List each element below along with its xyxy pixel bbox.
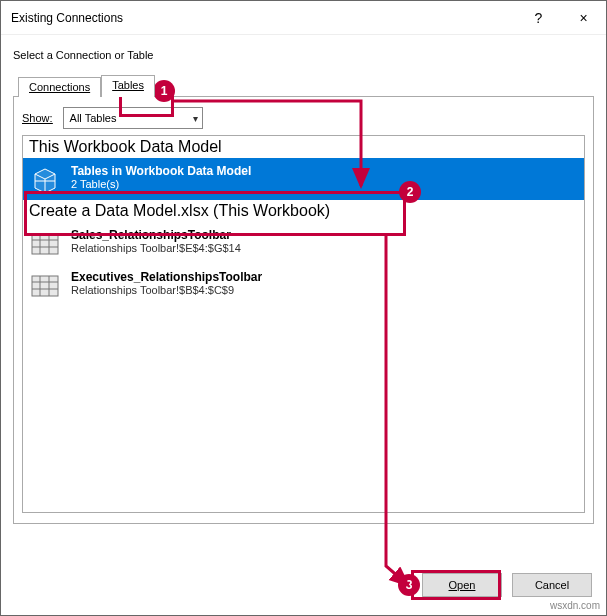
cube-icon <box>29 164 61 196</box>
prompt-label: Select a Connection or Table <box>13 49 594 61</box>
show-select[interactable]: All Tables ▾ <box>63 107 203 129</box>
existing-connections-dialog: Existing Connections ? × Select a Connec… <box>0 0 607 616</box>
group-header-workbook: Create a Data Model.xlsx (This Workbook) <box>23 200 584 222</box>
svg-rect-8 <box>32 276 58 296</box>
item-subtitle: 2 Table(s) <box>71 178 251 190</box>
tables-listbox[interactable]: This Workbook Data Model Tables in Workb… <box>22 135 585 513</box>
show-row: Show: All Tables ▾ <box>22 107 585 129</box>
help-button[interactable]: ? <box>516 1 561 35</box>
titlebar: Existing Connections ? × <box>1 1 606 35</box>
chevron-down-icon: ▾ <box>193 113 198 124</box>
item-title: Executives_RelationshipsToolbar <box>71 270 262 284</box>
table-icon <box>29 270 61 302</box>
show-select-value: All Tables <box>70 112 117 124</box>
cancel-button[interactable]: Cancel <box>512 573 592 597</box>
item-title: Tables in Workbook Data Model <box>71 164 251 178</box>
watermark: wsxdn.com <box>550 600 600 611</box>
tab-row: Connections Tables <box>18 75 594 97</box>
button-row: Open Cancel <box>422 573 592 597</box>
item-title: Sales_RelationshipsToolbar <box>71 228 241 242</box>
show-label: Show: <box>22 112 53 124</box>
badge-3: 3 <box>398 574 420 596</box>
item-subtitle: Relationships Toolbar!$B$4:$C$9 <box>71 284 262 296</box>
dialog-title: Existing Connections <box>11 11 516 25</box>
list-item-executives[interactable]: Executives_RelationshipsToolbar Relation… <box>23 264 584 306</box>
close-button[interactable]: × <box>561 1 606 35</box>
group-header-data-model: This Workbook Data Model <box>23 136 584 158</box>
table-icon <box>29 228 61 260</box>
svg-rect-3 <box>32 234 58 254</box>
open-button[interactable]: Open <box>422 573 502 597</box>
list-item-data-model-tables[interactable]: Tables in Workbook Data Model 2 Table(s) <box>23 158 584 200</box>
tab-tables[interactable]: Tables <box>101 75 155 97</box>
tab-connections[interactable]: Connections <box>18 77 101 97</box>
item-subtitle: Relationships Toolbar!$E$4:$G$14 <box>71 242 241 254</box>
tab-panel-tables: Show: All Tables ▾ This Workbook Data Mo… <box>13 96 594 524</box>
dialog-body: Select a Connection or Table Connections… <box>1 35 606 524</box>
list-item-sales[interactable]: Sales_RelationshipsToolbar Relationships… <box>23 222 584 264</box>
